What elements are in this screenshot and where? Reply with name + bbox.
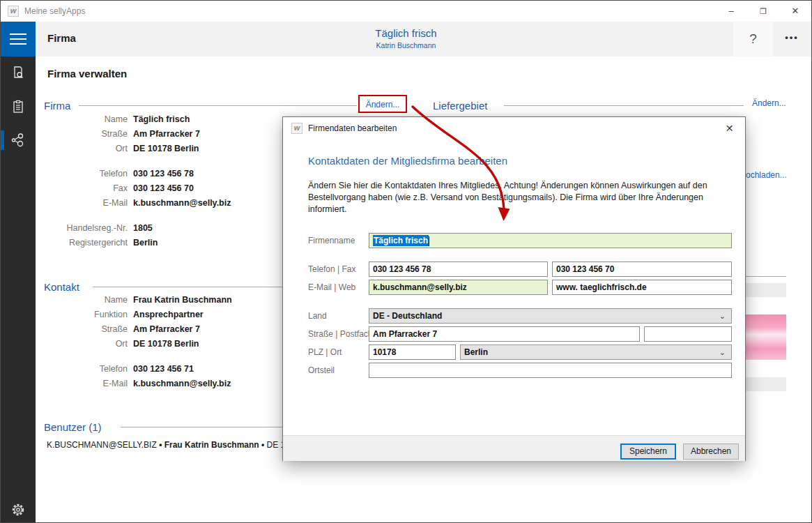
form-row-firmenname: Firmenname Täglich frisch (283, 233, 745, 248)
ort-dropdown[interactable]: Berlin ⌄ (460, 344, 732, 360)
strasse-input[interactable] (369, 326, 640, 342)
chevron-down-icon: ⌄ (719, 345, 726, 359)
dialog-close-button[interactable]: ✕ (714, 117, 745, 139)
postfach-input[interactable] (644, 326, 732, 342)
chevron-down-icon: ⌄ (719, 309, 726, 323)
user-list-item[interactable]: K.BUSCHMANN@SELLY.BIZ • Frau Katrin Busc… (47, 440, 282, 450)
ortsteil-input[interactable] (369, 363, 732, 378)
header-company-name: Täglich frisch (1, 26, 811, 40)
gear-icon (10, 501, 26, 518)
covered-ui-bar (746, 283, 786, 297)
divider (79, 105, 357, 106)
divider (121, 427, 282, 427)
form-row-plz-ort: PLZ | Ort Berlin ⌄ (283, 344, 745, 360)
divider (746, 276, 786, 277)
logo-upload-link-partial[interactable]: ochladen... (746, 170, 787, 180)
annotation-red-box: Ändern... (358, 95, 407, 113)
selected-text: Täglich frisch (373, 235, 429, 246)
divider (504, 105, 744, 106)
sidebar-item-orders[interactable] (1, 94, 36, 119)
help-button[interactable]: ? (733, 22, 773, 56)
app-logo-icon: w (8, 6, 19, 17)
titlebar: w Meine sellyApps – ❐ ✕ (1, 1, 811, 22)
firmenname-input[interactable]: Täglich frisch (369, 233, 732, 248)
form-row-telefon-fax: Telefon | Fax (283, 262, 745, 277)
sidebar-item-settings[interactable] (1, 497, 36, 522)
section-heading-firma: Firma (44, 100, 70, 112)
sidebar-item-network[interactable] (1, 128, 36, 153)
window-title: Meine sellyApps (24, 6, 85, 16)
header-company-block: Täglich frisch Katrin Buschmann (1, 26, 811, 50)
share-network-icon (10, 132, 26, 149)
plz-input[interactable] (369, 344, 456, 360)
user-name: Frau Katrin Buschmann (164, 440, 259, 450)
save-button[interactable]: Speichern (620, 444, 676, 460)
email-input[interactable] (369, 280, 548, 295)
header-user-name: Katrin Buschmann (1, 40, 811, 50)
form-row-email-web: E-Mail | Web (283, 280, 745, 295)
form-row-strasse-postfach: Straße | Postfach (283, 326, 745, 342)
company-search-icon (10, 65, 26, 80)
dialog-app-icon: w (291, 123, 302, 134)
dialog-titlebar: w Firmendaten bearbeiten ✕ (283, 117, 745, 139)
form-row-land: Land DE - Deutschland ⌄ (283, 308, 745, 324)
section-heading-benutzer: Benutzer (1) (44, 421, 102, 433)
close-button[interactable]: ✕ (779, 1, 811, 22)
covered-ui-bar (746, 377, 786, 391)
user-email: K.BUSCHMANN@SELLY.BIZ (47, 440, 157, 450)
edit-company-dialog: w Firmendaten bearbeiten ✕ Kontaktdaten … (282, 116, 746, 461)
minimize-button[interactable]: – (715, 1, 747, 22)
section-heading-kontakt: Kontakt (44, 281, 79, 293)
telefon-input[interactable] (369, 262, 548, 277)
maximize-button[interactable]: ❐ (747, 1, 779, 22)
dialog-heading: Kontaktdaten der Mitgliedsfirma bearbeit… (308, 155, 507, 167)
user-location-partial: DE 1017 (267, 440, 282, 450)
liefergebiet-aendern-link[interactable]: Ändern... (752, 98, 786, 108)
form-row-ortsteil: Ortsteil (283, 363, 745, 378)
firma-aendern-link[interactable]: Ändern... (366, 100, 400, 109)
clipboard-icon (10, 99, 26, 114)
web-input[interactable] (552, 280, 732, 295)
text-caret (429, 236, 429, 246)
more-options-button[interactable]: ••• (778, 22, 806, 56)
cancel-button[interactable]: Abbrechen (683, 444, 739, 460)
company-logo-image (746, 314, 786, 360)
subheader-title: Firma verwalten (47, 68, 127, 79)
section-heading-liefergebiet: Liefergebiet (433, 100, 487, 112)
divider (93, 287, 282, 287)
sidebar (1, 56, 36, 523)
dialog-title: Firmendaten bearbeiten (308, 123, 397, 133)
land-dropdown[interactable]: DE - Deutschland ⌄ (369, 308, 732, 324)
sidebar-item-company-search[interactable] (1, 60, 36, 85)
dialog-description: Ändern Sie hier die Kontaktdaten Ihres M… (308, 180, 736, 215)
app-header: Firma Täglich frisch Katrin Buschmann ? … (1, 22, 811, 56)
app-window: w Meine sellyApps – ❐ ✕ Firma Täglich fr… (0, 0, 812, 523)
dialog-footer: Speichern Abbrechen (283, 435, 745, 461)
fax-input[interactable] (552, 262, 732, 277)
